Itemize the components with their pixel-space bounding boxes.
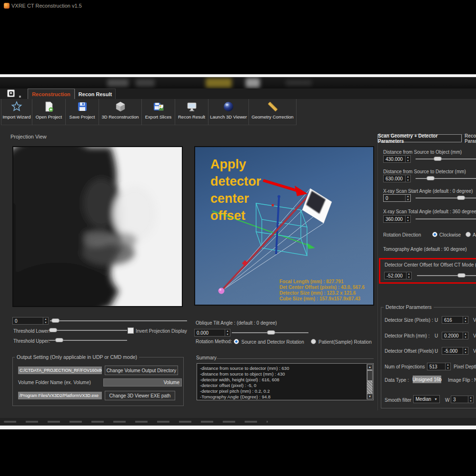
open-project-button[interactable]: Open Project [32,99,66,125]
tomography-angle-label: Tomography Angle (default : 90 degree) [383,247,467,252]
summary-box[interactable]: -distance from source to detector (mm) :… [197,363,374,400]
threshold-lower-slider[interactable] [49,327,127,334]
spin-down-icon[interactable]: ▼ [465,320,467,323]
toolbar-label: Save Project [68,114,97,119]
change-exe-path-button[interactable]: Change 3D Viewer EXE path [105,391,175,400]
dsd-label: Distance from Source to Detector (mm) [383,169,466,174]
spin-down-icon[interactable]: ▼ [407,159,409,162]
detector-center-offset-slider[interactable] [417,272,476,279]
num-projections-value: 513 [427,364,445,369]
spin-up-icon[interactable]: ▲ [465,333,467,335]
w-value: 3 [451,397,468,402]
source-detector-rotation-label: Source and Detector Rotation [241,339,304,345]
scroll-down-icon[interactable]: ▼ [367,394,373,399]
detector-size-u-input[interactable]: 616 ▲▼ [442,316,468,324]
save-project-button[interactable]: Save Project [66,99,99,125]
spin-down-icon[interactable]: ▼ [465,336,467,338]
w-input[interactable]: 3 ▲▼ [451,396,474,403]
tab-reconstruction[interactable]: Reconstruction [28,89,75,99]
scroll-up-icon[interactable]: ▲ [367,364,373,370]
threshold-upper-slider[interactable] [49,337,127,344]
frame-slider[interactable] [50,317,187,325]
spin-down-icon[interactable]: ▼ [470,400,472,402]
num-projections-input[interactable]: 513 ▲▼ [427,363,451,370]
toolbar-label: 3D Reconstruction [99,114,140,119]
tab-recon-parameters[interactable]: Recon Parameters [462,134,476,142]
spin-up-icon[interactable]: ▲ [45,318,47,320]
spin-up-icon[interactable]: ▲ [407,195,409,198]
import-wizard-button[interactable]: Import Wizard [1,99,32,125]
anticlockwise-radio[interactable] [466,232,471,237]
dropdown-indicator[interactable] [19,96,21,98]
geometry-correction-button[interactable]: Geometry Correction [249,99,297,125]
oblique-tilt-label: Oblique Tilt Angle : (default : 0 degree… [196,320,277,326]
clockwise-radio[interactable] [432,232,437,237]
spin-up-icon[interactable]: ▲ [407,176,409,178]
dso-slider[interactable] [416,155,476,163]
oblique-tilt-value: 0.000 [195,330,225,336]
document-plus-icon [43,101,55,112]
taskbar-thumbnails-strip [4,421,268,423]
smooth-filter-dropdown[interactable]: Median ▼ [413,395,440,403]
sphere-icon [223,101,234,112]
total-angle-slider[interactable] [416,215,476,223]
data-type-value[interactable]: Unsigned 16b [413,376,441,383]
scrollbar-thumb[interactable] [367,370,373,381]
spin-up-icon[interactable]: ▲ [465,348,467,350]
invert-projection-checkbox[interactable] [128,327,134,334]
spin-down-icon[interactable]: ▼ [407,198,409,201]
summary-scrollbar[interactable]: ▲ ▼ [367,364,373,399]
projection-image[interactable] [12,146,183,307]
3d-reconstruction-button[interactable]: 3D Reconstruction [99,99,142,125]
spin-up-icon[interactable]: ▲ [447,364,449,366]
spin-up-icon[interactable]: ▲ [465,317,467,319]
detector-pitch-u-input[interactable]: 0.2000 ▲▼ [442,332,468,339]
detector-center-offset-input[interactable]: -52.000 ▲▼ [384,272,412,279]
u-label: U [435,317,438,323]
detector-center-offset-value: -52.000 [385,273,406,278]
star-icon [11,101,22,112]
viewer-exe-path-field[interactable]: /Program Files/VX3D2/PlatformVX3D.exe [18,392,102,399]
export-slices-button[interactable]: Export Slices [142,99,175,125]
start-angle-label: X-ray Scan Start Angle (default : 0 degr… [383,188,473,194]
spin-down-icon[interactable]: ▼ [45,321,47,324]
output-directory-field[interactable]: C:/CTDATA_PROJECTION_RF/FOV160x80 [18,367,102,374]
patient-rotation-radio[interactable] [311,339,316,344]
launch-3d-viewer-button[interactable]: Launch 3D Viewer [208,99,249,125]
toolbar-label: Open Project [34,114,64,119]
start-angle-slider[interactable] [416,194,476,202]
recon-result-button[interactable]: Recon Result [175,99,208,125]
dso-input[interactable]: 430.000 ▲▼ [383,155,411,163]
spin-up-icon[interactable]: ▲ [470,397,472,399]
viewer-3d[interactable]: Apply detector center offset Focal Lengt… [194,146,374,306]
viewer-exe-path-text: /Program Files/VX3D2/PlatformVX3D.exe [20,393,99,398]
spin-down-icon[interactable]: ▼ [227,333,229,336]
spin-down-icon[interactable]: ▼ [447,367,449,369]
source-detector-rotation-radio[interactable] [234,339,239,344]
dsd-slider[interactable] [416,175,476,182]
cube-icon [115,101,126,112]
dsd-input[interactable]: 630.000 ▲▼ [383,175,411,182]
spin-up-icon[interactable]: ▲ [408,273,410,275]
summary-line: -distance from source to object (mm) : 4… [200,371,365,377]
volume-folder-input[interactable]: Volume [103,378,182,387]
start-angle-input[interactable]: 0 ▲▼ [383,194,411,202]
num-projections-label: Num of Projections [385,364,425,369]
change-output-directory-button[interactable]: Change Volume Output Directory [105,366,178,375]
detector-offset-u-input[interactable]: -5.000 ▲▼ [442,347,468,355]
quick-access-button[interactable] [7,89,15,97]
spin-down-icon[interactable]: ▼ [408,276,410,278]
summary-line: -detector pixel pitch (mm) : 0.2, 0.2 [200,388,365,394]
oblique-tilt-input[interactable]: 0.000 ▲▼ [194,329,230,337]
total-angle-input[interactable]: 360.000 ▲▼ [383,215,411,223]
spin-up-icon[interactable]: ▲ [407,156,409,159]
spin-up-icon[interactable]: ▲ [407,216,409,218]
spin-down-icon[interactable]: ▼ [407,179,409,181]
tab-recon-result[interactable]: Recon Result [75,89,116,99]
spin-down-icon[interactable]: ▼ [407,219,409,222]
oblique-tilt-slider[interactable] [232,329,308,337]
spin-up-icon[interactable]: ▲ [227,330,229,332]
spin-down-icon[interactable]: ▼ [465,351,467,354]
tab-scan-geometry[interactable]: Scan Geometry + Detector Parameters [377,134,462,142]
frame-index-input[interactable]: 0 ▲▼ [12,317,49,325]
